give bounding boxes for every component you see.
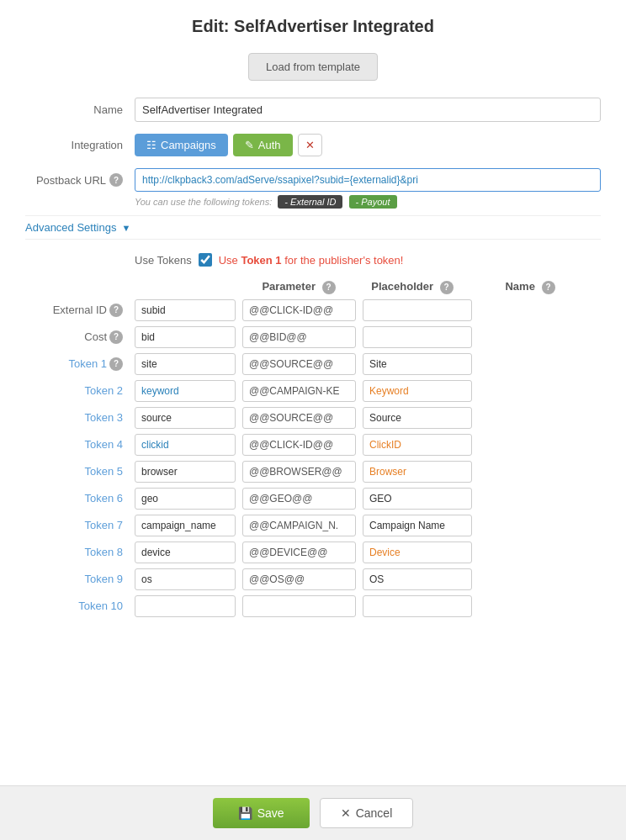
name-input[interactable] [363, 595, 472, 617]
name-input[interactable] [135, 98, 601, 122]
row-label: Token 10 [25, 600, 135, 612]
integration-row: Integration ☷ Campaigns ✎ Auth ✕ [25, 134, 601, 156]
row-label: Token 3 [25, 411, 135, 424]
param-input[interactable] [135, 407, 236, 429]
row-label: Cost ? [25, 330, 135, 344]
row-help-icon[interactable]: ? [109, 304, 123, 317]
placeholder-input[interactable] [242, 326, 356, 348]
use-tokens-row: Use Tokens Use Token 1 for the publisher… [135, 253, 601, 267]
param-row: Token 9 [25, 568, 601, 590]
param-row: Token 5 [25, 461, 601, 483]
param-row: Token 4 [25, 434, 601, 456]
cancel-icon: ✕ [341, 806, 351, 820]
name-input[interactable] [363, 461, 472, 483]
name-input[interactable] [363, 299, 472, 321]
param-input[interactable] [135, 461, 236, 483]
name-input[interactable] [363, 434, 472, 456]
token1-highlight: Token 1 [241, 254, 281, 267]
param-input[interactable] [135, 353, 236, 375]
placeholder-input[interactable] [242, 488, 356, 510]
name-help-icon[interactable]: ? [542, 281, 555, 294]
page-title: Edit: SelfAdvertiser Integrated [25, 17, 601, 36]
parameter-help-icon[interactable]: ? [322, 281, 336, 294]
token-warning: Use Token 1 for the publisher's token! [219, 254, 404, 267]
name-input[interactable] [363, 380, 472, 402]
list-icon: ☷ [146, 139, 156, 151]
name-row: Name [25, 98, 601, 122]
row-label: Token 9 [25, 573, 135, 585]
row-help-icon[interactable]: ? [109, 357, 123, 371]
placeholder-input[interactable] [242, 461, 356, 483]
name-input[interactable] [363, 568, 472, 590]
cancel-button[interactable]: ✕ Cancel [320, 798, 414, 828]
remove-button[interactable]: ✕ [298, 134, 322, 156]
param-input[interactable] [135, 488, 236, 510]
postback-url-input[interactable] [135, 168, 601, 192]
param-row: Token 1 ? [25, 353, 601, 375]
campaigns-button[interactable]: ☷ Campaigns [135, 134, 228, 156]
postback-help-icon[interactable]: ? [109, 173, 123, 187]
name-input[interactable] [363, 515, 472, 536]
external-id-token-btn[interactable]: - External ID [278, 195, 342, 209]
param-row: Token 2 [25, 380, 601, 402]
param-input[interactable] [135, 434, 236, 456]
placeholder-input[interactable] [242, 380, 356, 402]
param-row: Token 10 [25, 595, 601, 617]
tokens-hint-row: You can use the following tokens: - Exte… [135, 195, 601, 209]
param-input[interactable] [135, 568, 236, 590]
name-label: Name [25, 103, 135, 116]
name-input[interactable] [363, 407, 472, 429]
name-input[interactable] [363, 488, 472, 510]
placeholder-input[interactable] [242, 568, 356, 590]
column-headers: Parameter ? Placeholder ? Name ? [135, 280, 601, 294]
row-label: Token 7 [25, 519, 135, 531]
placeholder-input[interactable] [242, 542, 356, 563]
main-container: Edit: SelfAdvertiser Integrated Load fro… [0, 0, 626, 840]
integration-label: Integration [25, 139, 135, 151]
placeholder-input[interactable] [242, 407, 356, 429]
name-input[interactable] [363, 353, 472, 375]
row-label: Token 6 [25, 492, 135, 505]
row-help-icon[interactable]: ? [109, 330, 123, 344]
param-input[interactable] [135, 299, 236, 321]
use-tokens-label: Use Tokens [135, 254, 192, 267]
param-input[interactable] [135, 326, 236, 348]
param-input[interactable] [135, 515, 236, 536]
row-label: Token 4 [25, 438, 135, 451]
param-row: Token 7 [25, 515, 601, 536]
integration-controls: ☷ Campaigns ✎ Auth ✕ [135, 134, 322, 156]
placeholder-input[interactable] [242, 434, 356, 456]
postback-url-row: Postback URL ? [25, 168, 601, 192]
placeholder-input[interactable] [242, 353, 356, 375]
advanced-settings-toggle[interactable]: Advanced Settings ▼ [25, 215, 601, 240]
row-label: Token 5 [25, 465, 135, 478]
pencil-icon: ✎ [245, 139, 254, 151]
col-placeholder-header: Placeholder ? [353, 280, 471, 294]
col-name-header: Name ? [471, 280, 589, 294]
load-template-button[interactable]: Load from template [248, 53, 378, 81]
save-button[interactable]: 💾 Save [213, 798, 310, 828]
save-icon: 💾 [238, 806, 252, 820]
row-label: Token 8 [25, 546, 135, 558]
name-input[interactable] [363, 326, 472, 348]
param-row: Token 3 [25, 407, 601, 429]
postback-url-label: Postback URL ? [25, 173, 135, 187]
row-label: External ID ? [25, 304, 135, 317]
param-row: Token 8 [25, 542, 601, 563]
auth-button[interactable]: ✎ Auth [233, 134, 293, 156]
placeholder-help-icon[interactable]: ? [440, 281, 454, 294]
param-input[interactable] [135, 595, 236, 617]
row-label: Token 1 ? [25, 357, 135, 371]
placeholder-input[interactable] [242, 595, 356, 617]
col-parameter-header: Parameter ? [244, 280, 353, 294]
name-input[interactable] [363, 542, 472, 563]
payout-token-btn[interactable]: - Payout [349, 195, 397, 209]
placeholder-input[interactable] [242, 515, 356, 536]
param-rows-container: External ID ? Cost ? Token 1 ? Token 2 [25, 299, 601, 617]
use-tokens-checkbox[interactable] [199, 253, 212, 267]
param-input[interactable] [135, 542, 236, 563]
placeholder-input[interactable] [242, 299, 356, 321]
param-input[interactable] [135, 380, 236, 402]
chevron-down-icon: ▼ [121, 223, 130, 233]
footer-bar: 💾 Save ✕ Cancel [0, 785, 626, 840]
